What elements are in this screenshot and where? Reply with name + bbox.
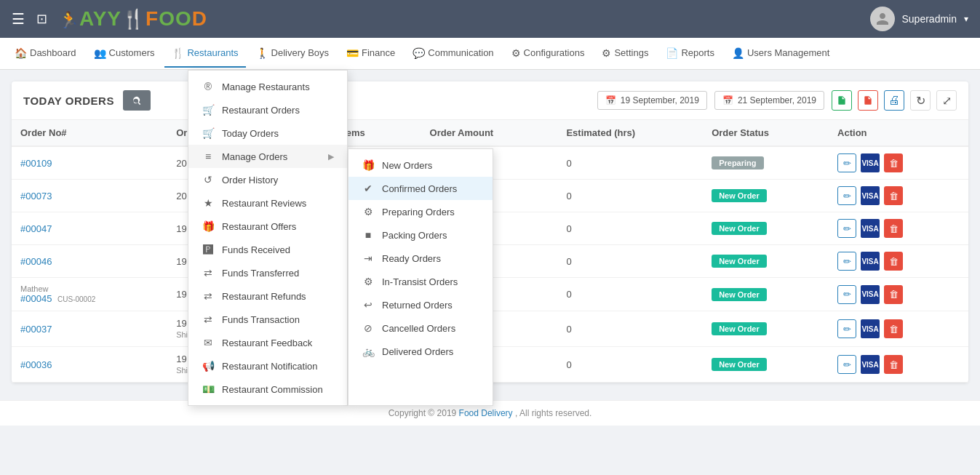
export-pdf-icon[interactable] [858, 90, 878, 111]
visa-button[interactable]: VISA [861, 252, 880, 271]
order-link[interactable]: #00047 [20, 223, 52, 234]
edit-button[interactable]: ✏ [837, 319, 856, 338]
delivery-boys-icon: 🚶 [256, 47, 268, 59]
confirmed-orders-icon: ✔ [362, 183, 375, 194]
footer-copyright: Copyright © 2019 [389, 408, 457, 418]
order-link[interactable]: #00045 [20, 293, 52, 304]
submenu-returned-orders[interactable]: ↩ Returned Orders [348, 293, 493, 316]
order-link[interactable]: #00037 [20, 324, 52, 335]
action-icons: ✏ VISA 🗑 [837, 355, 960, 374]
menu-item-order-history[interactable]: ↺ Order History [188, 168, 347, 191]
submenu-ready-orders[interactable]: ⇥ Ready Orders [348, 247, 493, 270]
delivered-orders-label: Delivered Orders [382, 346, 479, 357]
edit-button[interactable]: ✏ [837, 219, 856, 238]
menu-item-funds-transaction[interactable]: ⇄ Funds Transaction [188, 308, 347, 331]
submenu-in-transit-orders[interactable]: ⚙ In-Transist Orders [348, 270, 493, 293]
restaurants-menu: ® Manage Restaurants 🛒 Restaurant Orders… [188, 70, 348, 406]
export-excel-icon[interactable] [832, 90, 852, 111]
logo-f: F [146, 7, 159, 30]
order-link[interactable]: #00046 [20, 256, 52, 267]
app-header: ☰ ⊡ 🏃AYY🍴FOOD Superadmin ▾ [0, 0, 980, 38]
date-to-input[interactable]: 📅 21 September, 2019 [714, 91, 824, 110]
submenu-preparing-orders[interactable]: ⚙ Preparing Orders [348, 200, 493, 223]
menu-item-restaurant-offers[interactable]: 🎁 Restaurant Offers [188, 215, 347, 238]
search-button[interactable] [123, 90, 151, 111]
print-icon[interactable]: 🖨 [884, 90, 904, 111]
logo-runner: 🏃 [59, 11, 79, 29]
edit-button[interactable]: ✏ [837, 252, 856, 271]
restaurant-notification-icon: 📢 [202, 360, 215, 372]
menu-item-restaurant-commission[interactable]: 💵 Restaurant Commission [188, 378, 347, 401]
funds-received-icon: 🅿 [202, 244, 215, 255]
hamburger-icon[interactable]: ☰ [12, 10, 25, 28]
nav-item-delivery-boys[interactable]: 🚶 Delivery Boys [249, 40, 336, 68]
menu-item-restaurant-feedback[interactable]: ✉ Restaurant Feedback [188, 331, 347, 354]
delete-button[interactable]: 🗑 [884, 153, 903, 172]
nav-item-reports[interactable]: 📄 Reports [658, 40, 722, 68]
order-link[interactable]: #00036 [20, 359, 52, 370]
visa-button[interactable]: VISA [861, 355, 880, 374]
restaurant-refunds-icon: ⇄ [202, 290, 215, 302]
nav-item-settings[interactable]: ⚙ Settings [594, 40, 656, 68]
delete-button[interactable]: 🗑 [884, 319, 903, 338]
logo-ayy: AYY [79, 7, 121, 30]
confirmed-orders-label: Confirmed Orders [382, 183, 479, 194]
submenu-delivered-orders[interactable]: 🚲 Delivered Orders [348, 340, 493, 363]
visa-button[interactable]: VISA [861, 219, 880, 238]
col-status: Order Status [703, 120, 829, 146]
col-order-no: Order No# [12, 120, 167, 146]
cancelled-orders-icon: ⊘ [362, 322, 375, 334]
edit-button[interactable]: ✏ [837, 355, 856, 374]
visa-button[interactable]: VISA [861, 319, 880, 338]
nav-item-dashboard[interactable]: 🏠 Dashboard [7, 40, 84, 68]
submenu-new-orders[interactable]: 🎁 New Orders [348, 153, 493, 177]
nav-label-users-management: Users Management [747, 47, 829, 58]
nav-item-users-management[interactable]: 👤 Users Management [725, 40, 837, 68]
finance-icon: 💳 [346, 47, 359, 59]
user-dropdown-arrow[interactable]: ▾ [964, 14, 968, 24]
dashboard-icon: 🏠 [15, 47, 27, 59]
fullscreen-icon[interactable]: ⤢ [936, 90, 957, 111]
nav-item-communication[interactable]: 💬 Communication [405, 40, 501, 68]
edit-button[interactable]: ✏ [837, 285, 856, 304]
submenu-cancelled-orders[interactable]: ⊘ Cancelled Orders [348, 316, 493, 340]
restaurant-commission-label: Restaurant Commission [222, 384, 334, 395]
delete-button[interactable]: 🗑 [884, 219, 903, 238]
menu-item-restaurant-reviews[interactable]: ★ Restaurant Reviews [188, 191, 347, 215]
avatar [870, 7, 895, 31]
menu-item-restaurant-orders[interactable]: 🛒 Restaurant Orders [188, 98, 347, 121]
menu-item-restaurant-refunds[interactable]: ⇄ Restaurant Refunds [188, 284, 347, 308]
menu-item-funds-received[interactable]: 🅿 Funds Received [188, 238, 347, 261]
manage-restaurants-label: Manage Restaurants [222, 81, 334, 92]
submenu-packing-orders[interactable]: ■ Packing Orders [348, 223, 493, 247]
menu-item-restaurant-notification[interactable]: 📢 Restaurant Notification [188, 354, 347, 378]
nav-item-configurations[interactable]: ⚙ Configurations [504, 40, 592, 68]
order-link[interactable]: #00109 [20, 158, 52, 169]
expand-icon[interactable]: ⊡ [36, 11, 47, 27]
edit-button[interactable]: ✏ [837, 153, 856, 172]
col-estimated: Estimated (hrs) [557, 120, 703, 146]
order-link[interactable]: #00073 [20, 191, 52, 201]
visa-button[interactable]: VISA [861, 153, 880, 172]
orders-controls: 📅 19 September, 2019 📅 21 September, 201… [597, 90, 957, 111]
nav-item-customers[interactable]: 👥 Customers [87, 40, 162, 68]
header-left: ☰ ⊡ 🏃AYY🍴FOOD [12, 7, 207, 31]
refresh-icon[interactable]: ↻ [910, 90, 931, 111]
delete-button[interactable]: 🗑 [884, 285, 903, 304]
submenu-confirmed-orders[interactable]: ✔ Confirmed Orders [348, 177, 493, 200]
delete-button[interactable]: 🗑 [884, 355, 903, 374]
menu-item-today-orders[interactable]: 🛒 Today Orders [188, 121, 347, 145]
visa-button[interactable]: VISA [861, 285, 880, 304]
menu-item-manage-restaurants[interactable]: ® Manage Restaurants [188, 75, 347, 98]
edit-button[interactable]: ✏ [837, 186, 856, 205]
nav-item-restaurants[interactable]: 🍴 Restaurants [164, 40, 245, 68]
delete-button[interactable]: 🗑 [884, 186, 903, 205]
menu-item-funds-transferred[interactable]: ⇄ Funds Transferred [188, 261, 347, 284]
logo-d: D [192, 7, 207, 30]
visa-button[interactable]: VISA [861, 186, 880, 205]
date-from-input[interactable]: 📅 19 September, 2019 [597, 91, 707, 110]
footer-company-link[interactable]: Food Delivery [459, 408, 513, 418]
menu-item-manage-orders[interactable]: ≡ Manage Orders ▶ [188, 145, 347, 168]
nav-item-finance[interactable]: 💳 Finance [339, 40, 402, 68]
delete-button[interactable]: 🗑 [884, 252, 903, 271]
